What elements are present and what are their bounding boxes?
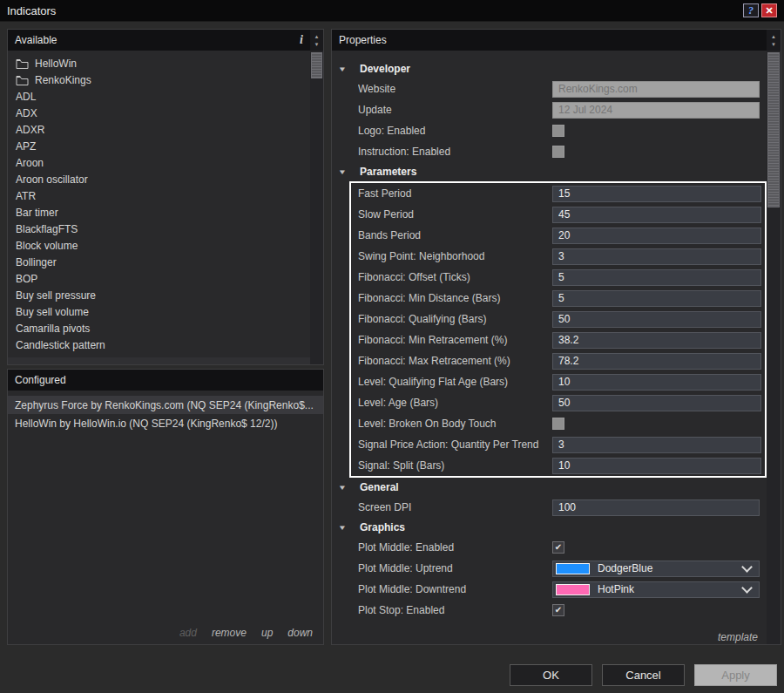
param-label: Level: Age (Bars) — [358, 397, 552, 409]
list-item-label: ADX — [16, 107, 37, 119]
param-input[interactable] — [552, 228, 761, 244]
property-row: Swing Point: Neighborhood — [351, 246, 765, 267]
param-label: Fast Period — [358, 187, 552, 200]
list-item-label: Block volume — [16, 240, 78, 252]
down-link[interactable]: down — [287, 627, 313, 639]
param-input[interactable] — [552, 290, 761, 307]
list-item-label: Camarilla pivots — [16, 323, 90, 335]
properties-content: ▼ Developer Website Update Logo: Enabled… — [332, 51, 767, 644]
list-item[interactable]: ATR — [8, 187, 310, 204]
section-graphics[interactable]: ▼ Graphics — [332, 518, 767, 537]
collapse-arrow-icon[interactable]: ▼ — [338, 168, 363, 176]
list-item-label: BOP — [16, 273, 37, 285]
param-input[interactable] — [552, 207, 761, 223]
properties-scrollbar[interactable] — [767, 51, 781, 644]
list-item[interactable]: ADL — [8, 88, 310, 105]
available-scrollbar[interactable] — [310, 51, 323, 364]
param-input[interactable] — [552, 374, 761, 391]
list-item[interactable]: Aroon oscillator — [8, 171, 310, 187]
list-item[interactable]: Aroon — [8, 154, 310, 171]
available-folder[interactable]: HelloWin — [8, 55, 310, 71]
chevron-down-icon — [741, 561, 753, 573]
property-row: Bands Period — [351, 225, 765, 246]
screen-dpi-input[interactable] — [552, 499, 760, 516]
scroll-up-icon[interactable]: ▲ — [314, 34, 320, 39]
scroll-down-icon[interactable]: ▼ — [771, 42, 776, 47]
param-input[interactable] — [552, 186, 761, 202]
list-item[interactable]: Candlestick pattern — [8, 336, 310, 353]
horizontal-scrollbar[interactable] — [8, 357, 310, 364]
param-input[interactable] — [552, 458, 761, 474]
ok-button[interactable]: OK — [510, 664, 592, 686]
list-item-label: ADL — [16, 91, 36, 103]
property-row: Level: Qualifying Flat Age (Bars) — [351, 371, 765, 392]
param-input[interactable] — [552, 395, 761, 411]
plot-stop-enabled-checkbox[interactable]: ✔ — [552, 604, 564, 616]
scroll-down-icon[interactable]: ▼ — [314, 42, 320, 47]
list-item[interactable]: Block volume — [8, 237, 310, 254]
cancel-button[interactable]: Cancel — [602, 664, 685, 686]
list-item[interactable]: Camarilla pivots — [8, 320, 310, 336]
param-label: Slow Period — [358, 208, 552, 221]
param-label: Level: Broken On Body Touch — [358, 418, 552, 430]
section-general[interactable]: ▼ General — [332, 478, 767, 497]
param-label: Fibonacci: Qualifying (Bars) — [358, 313, 552, 325]
list-item[interactable]: ADX — [8, 105, 310, 121]
configured-actions: add remove up down — [8, 627, 323, 644]
properties-scroll-arrows[interactable]: ▲ ▼ — [767, 30, 781, 51]
available-list: HelloWin RenkoKings ADL ADX ADXR APZ Aro… — [8, 51, 310, 364]
property-row: Screen DPI — [332, 497, 767, 518]
list-item[interactable]: Bar timer — [8, 204, 310, 221]
template-row: template — [332, 621, 767, 643]
list-item[interactable]: Buy sell volume — [8, 303, 310, 320]
param-input[interactable] — [552, 332, 761, 349]
help-button[interactable]: ? — [743, 3, 759, 17]
section-parameters[interactable]: ▼ Parameters — [332, 162, 767, 181]
scrollbar-thumb[interactable] — [311, 52, 322, 78]
param-input[interactable] — [552, 248, 761, 265]
collapse-arrow-icon[interactable]: ▼ — [338, 524, 363, 532]
available-folder[interactable]: RenkoKings — [8, 71, 310, 88]
collapse-arrow-icon[interactable]: ▼ — [338, 65, 363, 73]
info-icon[interactable]: i — [300, 33, 303, 47]
broken-on-body-touch-checkbox[interactable] — [552, 418, 564, 430]
template-link[interactable]: template — [718, 631, 758, 643]
param-input[interactable] — [552, 311, 761, 328]
downtrend-color-dropdown[interactable]: HotPink — [552, 581, 760, 598]
up-link[interactable]: up — [261, 627, 273, 639]
property-row: Plot Middle: Enabled ✔ — [332, 537, 767, 558]
property-row: Fibonacci: Max Retracement (%) — [351, 350, 765, 371]
list-item[interactable]: APZ — [8, 138, 310, 154]
list-item[interactable]: BOP — [8, 270, 310, 287]
property-row: Slow Period — [351, 204, 765, 225]
param-input[interactable] — [552, 437, 761, 453]
available-panel: Available i ▲ ▼ HelloWin RenkoKings ADL … — [7, 29, 324, 365]
apply-button: Apply — [694, 664, 777, 686]
configured-item[interactable]: Zephyrus Force by RenkoKings.com (NQ SEP… — [8, 396, 323, 414]
uptrend-color-dropdown[interactable]: DodgerBlue — [552, 561, 760, 577]
plot-middle-enabled-checkbox[interactable]: ✔ — [552, 541, 564, 554]
param-input[interactable] — [552, 269, 761, 286]
list-item[interactable]: BlackflagFTS — [8, 221, 310, 237]
scroll-up-icon[interactable]: ▲ — [771, 34, 776, 39]
section-developer[interactable]: ▼ Developer — [332, 59, 767, 78]
property-row: Fibonacci: Min Distance (Bars) — [351, 288, 765, 309]
remove-link[interactable]: remove — [212, 627, 247, 639]
configured-item[interactable]: HelloWin by HelloWin.io (NQ SEP24 (KingR… — [8, 414, 323, 432]
close-button[interactable]: ✕ — [761, 3, 777, 17]
param-input[interactable] — [552, 353, 761, 370]
property-row: Website — [332, 78, 767, 99]
list-item[interactable]: Bollinger — [8, 254, 310, 270]
plot-stop-enabled-label: Plot Stop: Enabled — [358, 604, 552, 616]
property-row: Fibonacci: Qualifying (Bars) — [351, 309, 765, 330]
configured-header: Configured — [8, 370, 323, 391]
list-item[interactable]: Buy sell pressure — [8, 287, 310, 303]
property-row: Plot Middle: Downtrend HotPink — [332, 579, 767, 600]
plot-middle-downtrend-label: Plot Middle: Downtrend — [358, 583, 552, 595]
scrollbar-thumb[interactable] — [767, 52, 780, 207]
list-item-label: ADXR — [16, 124, 44, 136]
list-item[interactable]: ADXR — [8, 121, 310, 138]
property-row: Instruction: Enabled — [332, 141, 767, 162]
collapse-arrow-icon[interactable]: ▼ — [338, 484, 363, 492]
available-scroll-arrows[interactable]: ▲ ▼ — [310, 30, 323, 51]
